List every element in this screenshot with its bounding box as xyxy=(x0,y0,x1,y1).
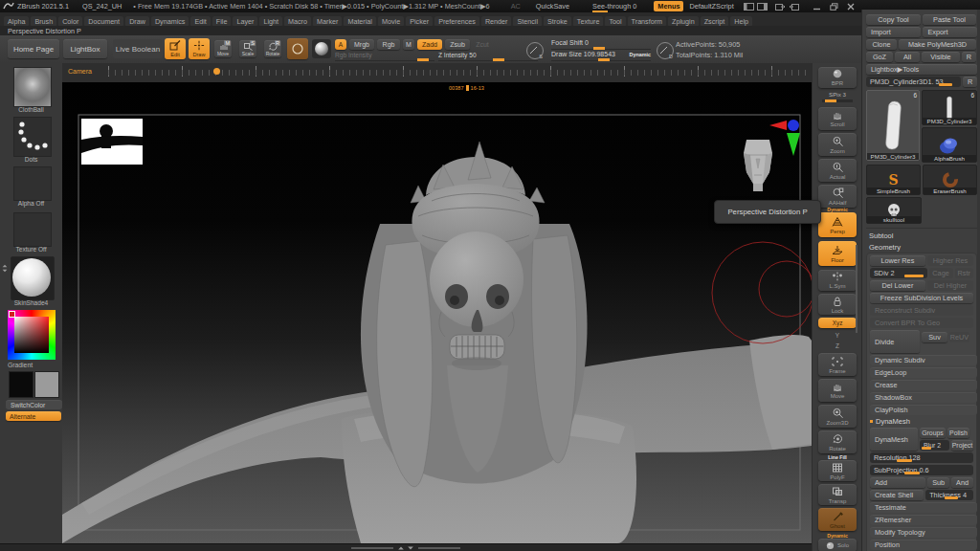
clone-button[interactable]: Clone xyxy=(866,39,897,50)
subprojection-slider[interactable]: SubProjection 0.6 xyxy=(870,465,973,475)
lightbox-button[interactable]: LightBox xyxy=(63,39,107,58)
spix-slider[interactable]: SPix 3 xyxy=(818,91,857,102)
doc-export-icon[interactable] xyxy=(775,3,786,11)
timeline-ruler[interactable] xyxy=(108,65,809,78)
menu-item[interactable]: Document xyxy=(84,16,123,27)
scroll-button[interactable]: Scroll xyxy=(818,107,857,130)
bpr-button[interactable]: BPR xyxy=(818,67,857,88)
cage-button[interactable]: Cage xyxy=(929,268,953,278)
zscript-button[interactable]: DefaultZScript xyxy=(689,2,733,11)
geometry-section-header[interactable]: Geometry xyxy=(866,241,977,253)
draw-button[interactable]: Draw xyxy=(189,38,210,59)
menu-item[interactable]: Brush xyxy=(31,16,56,27)
move-button[interactable]: M Move xyxy=(214,40,232,57)
ghost-button[interactable]: Ghost xyxy=(818,508,857,531)
current-tool-thumb[interactable]: 6 PM3D_Cylinder3 xyxy=(866,90,920,161)
menu-item[interactable]: Edit xyxy=(190,16,210,27)
spix-handle[interactable] xyxy=(825,99,836,102)
m-toggle[interactable]: M xyxy=(403,39,414,50)
lock-button[interactable]: Lock xyxy=(818,294,857,315)
thickness-slider[interactable]: Thickness 4 xyxy=(925,490,973,500)
menu-item[interactable]: Picker xyxy=(406,16,433,27)
panel-right-icon[interactable] xyxy=(757,3,768,11)
skulltool-thumb[interactable]: skulltool xyxy=(866,197,922,224)
menu-item[interactable]: Alpha xyxy=(4,16,29,27)
solo-button[interactable]: Solo xyxy=(818,539,857,551)
color-picker[interactable] xyxy=(8,310,56,360)
restore-icon[interactable] xyxy=(830,3,838,11)
hue-cursor[interactable] xyxy=(9,311,15,318)
del-lower-button[interactable]: Del Lower xyxy=(870,280,925,291)
edit-button[interactable]: Edit xyxy=(165,38,186,59)
paste-tool-button[interactable]: Paste Tool xyxy=(923,14,976,25)
simplebrush-thumb[interactable]: S SimpleBrush xyxy=(866,165,921,195)
live-boolean-button[interactable]: Live Boolean xyxy=(113,39,163,58)
sculpt-viewport[interactable] xyxy=(62,82,812,543)
tray-toggle-arrows[interactable] xyxy=(397,546,414,550)
zoom-button[interactable]: Zoom xyxy=(818,133,857,156)
dynamesh-subpalette-bar[interactable]: Position xyxy=(870,540,977,550)
blur-handle[interactable] xyxy=(922,447,931,450)
shelf-scrollbar[interactable] xyxy=(856,245,858,333)
goz-all-button[interactable]: All xyxy=(895,52,920,62)
menu-item[interactable]: Macro xyxy=(284,16,311,27)
geometry-subpalette-bar[interactable]: ClayPolish xyxy=(870,405,977,415)
lower-res-button[interactable]: Lower Res xyxy=(870,255,925,266)
brush-thumbnail[interactable] xyxy=(13,67,52,107)
main-color-swatch[interactable] xyxy=(9,371,33,398)
z-intensity-handle[interactable] xyxy=(493,58,504,61)
goz-visible-button[interactable]: Visible xyxy=(922,52,960,62)
export-button[interactable]: Export xyxy=(923,27,977,37)
groups-toggle[interactable]: Groups xyxy=(920,428,946,438)
dynamesh-subpalette-bar[interactable]: Tessimate xyxy=(870,502,977,513)
mrgb-toggle[interactable]: Mrgb xyxy=(349,39,374,50)
focal-shift-slider[interactable]: Focal Shift 0 xyxy=(551,39,651,50)
tool-name-slider[interactable]: PM3D_Cylinder3D1. 53 xyxy=(866,77,961,87)
z-intensity-slider[interactable]: Z Intensity 50 xyxy=(438,52,538,61)
menu-item[interactable]: Stencil xyxy=(513,16,542,27)
resolution-handle[interactable] xyxy=(897,459,912,462)
sdiv-handle[interactable] xyxy=(904,275,924,277)
switch-color-button[interactable]: SwitchColor xyxy=(6,400,62,409)
home-page-button[interactable]: Home Page xyxy=(8,39,59,58)
menu-item[interactable]: Material xyxy=(344,16,376,27)
menu-item[interactable]: Layer xyxy=(233,16,257,27)
persp-button[interactable]: Persp xyxy=(818,212,857,237)
scale-button[interactable]: S Scale xyxy=(239,40,256,57)
geometry-subpalette-bar[interactable]: Dynamic Subdiv xyxy=(870,355,977,365)
subtool-section-header[interactable]: Subtool xyxy=(866,228,977,241)
menu-item[interactable]: Render xyxy=(481,16,512,27)
camera-label[interactable]: Camera xyxy=(68,68,92,75)
stroke-d-button[interactable]: D xyxy=(657,42,674,59)
add-toggle[interactable]: Add xyxy=(870,477,925,488)
menu-item[interactable]: Tool xyxy=(605,16,625,27)
blur-slider[interactable]: Blur 2 xyxy=(920,440,949,451)
canvas-area[interactable]: Camera xyxy=(62,63,812,543)
menu-item[interactable]: Stroke xyxy=(544,16,571,27)
z-constraint-button[interactable]: Z xyxy=(818,342,857,350)
doc-import-icon[interactable] xyxy=(789,3,799,11)
sub-toggle[interactable]: Sub xyxy=(927,477,949,488)
menu-item[interactable]: Zplugin xyxy=(668,16,699,27)
draw-size-handle[interactable] xyxy=(598,58,610,61)
tool-r-button[interactable]: R xyxy=(963,77,977,87)
menu-item[interactable]: Movie xyxy=(378,16,404,27)
timeline-marker[interactable] xyxy=(213,68,220,75)
document-canvas[interactable]: 00387 16-13 xyxy=(62,82,812,543)
rgb-intensity-handle[interactable] xyxy=(417,58,429,61)
suv-toggle[interactable]: Suv xyxy=(922,332,947,342)
menu-item[interactable]: Zscript xyxy=(701,16,729,27)
move-canvas-button[interactable]: Move xyxy=(818,379,857,402)
make-polymesh-button[interactable]: Make PolyMesh3D xyxy=(899,39,976,50)
convert-bpr-button[interactable]: Convert BPR To Geo xyxy=(870,318,973,328)
focal-shift-handle[interactable] xyxy=(593,47,605,50)
recent-tool-thumb[interactable]: 6 PM3D_Cylinder3 xyxy=(922,90,977,125)
y-constraint-button[interactable]: Y xyxy=(818,331,857,340)
reuv-button[interactable]: ReUV xyxy=(949,332,969,342)
import-button[interactable]: Import xyxy=(866,27,921,37)
rotate-button[interactable]: R Rotate xyxy=(264,40,281,57)
left-tray-collapse[interactable] xyxy=(1,264,9,273)
zoom3d-button[interactable]: Zoom3D xyxy=(818,405,857,428)
freeze-subdiv-button[interactable]: Freeze SubDivision Levels xyxy=(870,293,973,303)
color-sv-square[interactable] xyxy=(14,317,49,353)
